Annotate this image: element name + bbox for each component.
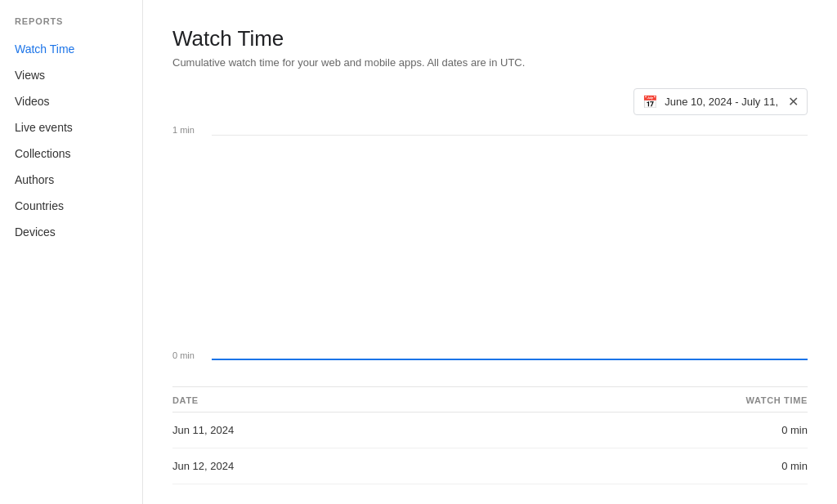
table-section: DATE WATCH TIME Jun 11, 2024 0 min Jun 1…: [172, 386, 808, 484]
date-cell: Jun 11, 2024: [172, 424, 234, 436]
table-row: Jun 12, 2024 0 min: [172, 448, 808, 484]
chart-grid-top: [212, 135, 808, 136]
col-watch-time-header: WATCH TIME: [746, 395, 808, 405]
table-row: Jun 11, 2024 0 min: [172, 413, 808, 448]
sidebar-section-label: REPORTS: [0, 16, 142, 36]
sidebar-item-views[interactable]: Views: [0, 62, 142, 88]
col-date-header: DATE: [172, 395, 199, 405]
date-filter-button[interactable]: 📅 June 10, 2024 - July 11, ✕: [633, 88, 808, 115]
date-cell: Jun 12, 2024: [172, 460, 234, 472]
table-rows-container: Jun 11, 2024 0 min Jun 12, 2024 0 min: [172, 413, 808, 484]
table-header: DATE WATCH TIME: [172, 387, 808, 413]
close-icon[interactable]: ✕: [788, 94, 799, 109]
chart-y-min-label: 0 min: [172, 350, 195, 360]
sidebar: REPORTS Watch TimeViewsVideosLive events…: [0, 0, 143, 504]
calendar-icon: 📅: [642, 95, 658, 109]
chart-area: 1 min 0 min: [172, 125, 808, 383]
sidebar-item-collections[interactable]: Collections: [0, 140, 142, 167]
sidebar-item-watch-time[interactable]: Watch Time: [0, 36, 142, 62]
sidebar-item-live-events[interactable]: Live events: [0, 114, 142, 140]
page-title: Watch Time: [172, 26, 808, 51]
watch-time-cell: 0 min: [781, 460, 808, 472]
sidebar-item-devices[interactable]: Devices: [0, 219, 142, 245]
watch-time-cell: 0 min: [781, 424, 808, 436]
main-content: Watch Time Cumulative watch time for you…: [143, 0, 837, 504]
sidebar-nav: Watch TimeViewsVideosLive eventsCollecti…: [0, 36, 142, 245]
sidebar-item-videos[interactable]: Videos: [0, 88, 142, 114]
page-subtitle: Cumulative watch time for your web and m…: [172, 56, 808, 69]
chart-y-max-label: 1 min: [172, 125, 195, 135]
filter-row: 📅 June 10, 2024 - July 11, ✕: [172, 88, 808, 115]
chart-line: [212, 359, 808, 360]
sidebar-item-countries[interactable]: Countries: [0, 193, 142, 219]
date-filter-label: June 10, 2024 - July 11,: [665, 96, 778, 108]
sidebar-item-authors[interactable]: Authors: [0, 167, 142, 193]
